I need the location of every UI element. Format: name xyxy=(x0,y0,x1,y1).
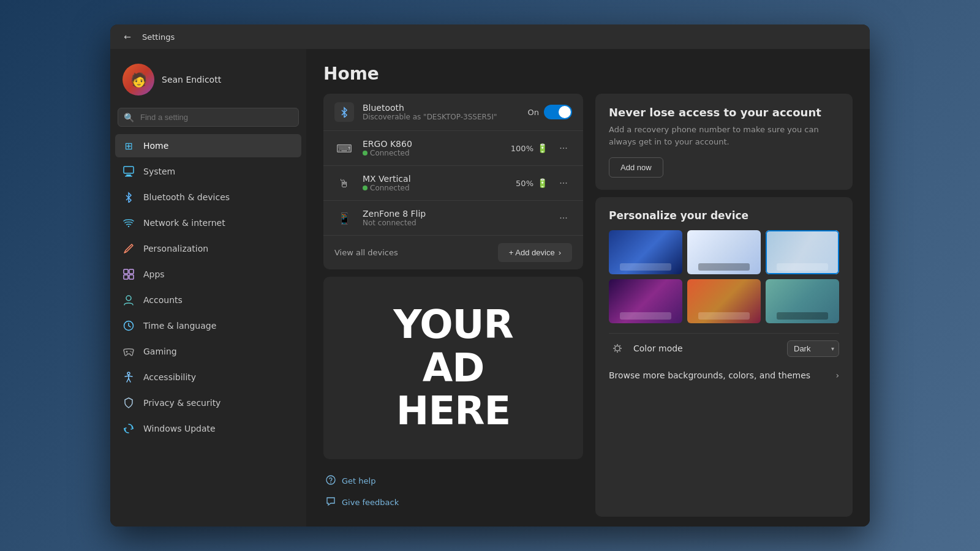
add-device-label: + Add device xyxy=(509,248,555,257)
svg-point-20 xyxy=(617,351,618,353)
view-all-devices-link[interactable]: View all devices xyxy=(334,248,398,257)
avatar: 🧑 xyxy=(123,64,154,96)
bluetooth-info: Bluetooth Discoverable as "DESKTOP-3SSER… xyxy=(334,102,497,122)
bluetooth-nav-icon xyxy=(123,191,135,203)
svg-point-22 xyxy=(620,348,622,349)
sidebar-item-accounts[interactable]: Accounts xyxy=(115,288,301,312)
color-mode-left: Color mode xyxy=(609,340,683,357)
time-icon xyxy=(123,320,135,332)
color-mode-select[interactable]: Light Dark Custom xyxy=(787,340,839,357)
device-row-zen[interactable]: 📱 ZenFone 8 Flip Not connected ··· xyxy=(323,200,583,235)
browse-themes-row[interactable]: Browse more backgrounds, colors, and the… xyxy=(609,363,839,383)
sidebar-item-network[interactable]: Network & internet xyxy=(115,211,301,234)
theme-option-2[interactable] xyxy=(687,230,761,274)
phone-icon: 📱 xyxy=(334,208,354,228)
sidebar-item-bluetooth-label: Bluetooth & devices xyxy=(143,192,230,202)
user-name: Sean Endicott xyxy=(162,75,221,84)
bluetooth-subtitle: Discoverable as "DESKTOP-3SSER5I" xyxy=(363,113,497,121)
content-body: Bluetooth Discoverable as "DESKTOP-3SSER… xyxy=(306,94,870,527)
bluetooth-text: Bluetooth Discoverable as "DESKTOP-3SSER… xyxy=(363,103,497,121)
system-icon xyxy=(123,165,135,178)
add-device-button[interactable]: + Add device › xyxy=(498,243,572,262)
theme-option-4[interactable] xyxy=(609,279,682,323)
bluetooth-toggle[interactable] xyxy=(544,105,572,119)
keyboard-icon: ⌨ xyxy=(334,138,354,158)
feedback-icon xyxy=(326,497,336,508)
sidebar-item-privacy-label: Privacy & security xyxy=(143,398,221,408)
theme-option-5[interactable] xyxy=(687,279,761,323)
sidebar-item-home-label: Home xyxy=(143,141,168,151)
sidebar-item-update-label: Windows Update xyxy=(143,424,216,433)
battery-info-mx: 50% 🔋 xyxy=(516,178,548,188)
more-button-mx[interactable]: ··· xyxy=(555,174,572,192)
personalize-card: Personalize your device xyxy=(595,197,853,517)
battery-info-ergo: 100% 🔋 xyxy=(511,143,548,153)
device-status-ergo: Connected xyxy=(363,149,412,157)
device-name-zen: ZenFone 8 Flip xyxy=(363,209,426,219)
device-left-ergo: ⌨ ERGO K860 Connected xyxy=(334,138,412,158)
color-mode-icon xyxy=(609,340,626,357)
svg-point-26 xyxy=(614,350,616,351)
svg-point-18 xyxy=(615,346,620,351)
sidebar-item-home[interactable]: ⊞ Home xyxy=(115,134,301,157)
battery-icon-mx: 🔋 xyxy=(537,178,548,188)
sidebar-item-privacy[interactable]: Privacy & security xyxy=(115,391,301,414)
sidebar-item-accessibility[interactable]: Accessibility xyxy=(115,365,301,389)
titlebar: ← Settings xyxy=(110,24,870,49)
more-button-ergo[interactable]: ··· xyxy=(555,140,572,157)
apps-icon xyxy=(123,268,135,280)
battery-icon-ergo: 🔋 xyxy=(537,143,548,153)
device-row-ergo[interactable]: ⌨ ERGO K860 Connected xyxy=(323,130,583,165)
browse-themes-label: Browse more backgrounds, colors, and the… xyxy=(609,370,810,380)
svg-point-12 xyxy=(130,351,131,352)
user-profile[interactable]: 🧑 Sean Endicott xyxy=(115,59,301,105)
device-info-ergo: ERGO K860 Connected xyxy=(363,139,412,157)
page-header: Home xyxy=(306,49,870,94)
sidebar-item-gaming-label: Gaming xyxy=(143,347,177,356)
footer-links: Get help Give feedback xyxy=(323,467,583,517)
device-left-mx: 🖱 MX Vertical Connected xyxy=(334,173,411,193)
sidebar-item-gaming[interactable]: Gaming xyxy=(115,340,301,363)
svg-point-24 xyxy=(619,350,620,351)
sidebar-item-bluetooth[interactable]: Bluetooth & devices xyxy=(115,186,301,209)
color-mode-label: Color mode xyxy=(633,343,683,353)
main-area: 🧑 Sean Endicott 🔍 ⊞ Home System xyxy=(110,49,870,527)
update-icon xyxy=(123,422,135,435)
device-right-zen: ··· xyxy=(555,209,572,227)
theme-option-1[interactable] xyxy=(609,230,682,274)
search-input[interactable] xyxy=(118,108,299,127)
add-now-button[interactable]: Add now xyxy=(609,157,663,178)
device-row-mx[interactable]: 🖱 MX Vertical Connected xyxy=(323,165,583,200)
theme-option-3[interactable] xyxy=(766,230,839,274)
svg-point-14 xyxy=(127,372,130,375)
accounts-icon xyxy=(123,294,135,306)
sidebar-item-apps[interactable]: Apps xyxy=(115,263,301,286)
toggle-label: On xyxy=(528,108,539,117)
svg-point-21 xyxy=(613,348,614,349)
sidebar-item-time[interactable]: Time & language xyxy=(115,314,301,337)
search-icon: 🔍 xyxy=(124,113,134,122)
bluetooth-icon xyxy=(334,102,354,122)
give-feedback-link[interactable]: Give feedback xyxy=(323,493,583,512)
mouse-icon: 🖱 xyxy=(334,173,354,193)
gaming-icon xyxy=(123,345,135,358)
sidebar-item-accounts-label: Accounts xyxy=(143,295,183,305)
get-help-link[interactable]: Get help xyxy=(323,471,583,490)
home-icon: ⊞ xyxy=(123,140,135,152)
sidebar-item-update[interactable]: Windows Update xyxy=(115,417,301,440)
browse-chevron-icon: › xyxy=(835,370,839,380)
accessibility-icon xyxy=(123,371,135,383)
more-button-zen[interactable]: ··· xyxy=(555,209,572,227)
sidebar-item-system[interactable]: System xyxy=(115,160,301,183)
chevron-right-icon: › xyxy=(559,248,561,257)
svg-point-13 xyxy=(131,351,132,353)
back-button[interactable]: ← xyxy=(120,29,135,44)
color-mode-select-wrap: Light Dark Custom ▾ xyxy=(787,340,839,357)
sidebar-item-system-label: System xyxy=(143,167,175,176)
add-device-row: View all devices + Add device › xyxy=(323,235,583,269)
sidebar-item-personalization[interactable]: Personalization xyxy=(115,237,301,260)
svg-rect-2 xyxy=(125,176,132,177)
color-mode-row: Color mode Light Dark Custom ▾ xyxy=(609,333,839,363)
theme-option-6[interactable] xyxy=(766,279,839,323)
account-card: Never lose access to your account Add a … xyxy=(595,94,853,190)
